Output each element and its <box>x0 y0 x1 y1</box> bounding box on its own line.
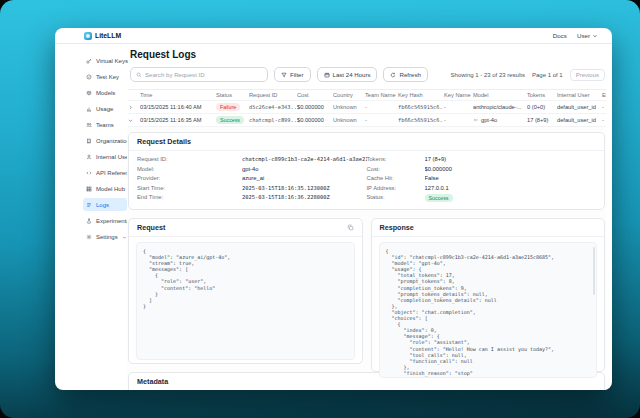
request-logs-table: Time Status Request ID Cost Country Team… <box>128 89 606 127</box>
nav-label: Settings <box>96 234 118 240</box>
sidebar-item-settings[interactable]: Settings <box>55 229 125 245</box>
cell-tokens: 17 (8+9) <box>527 117 557 123</box>
results-summary: Showing 1 - 23 of 23 results <box>451 72 525 78</box>
cell-key-name: - <box>444 104 473 110</box>
status-badge: Success <box>216 116 249 124</box>
scrollbar-thumb[interactable] <box>593 247 595 295</box>
nav-label: Logs <box>96 202 109 208</box>
col-status[interactable]: Status <box>216 92 249 98</box>
response-json-code[interactable]: { "id": "chatcmpl-c899c1b3-ca2e-4214-a6d… <box>379 242 598 378</box>
details-left-column: Request ID: chatcmpl-c899c1b3-ca2e-4214-… <box>137 156 367 202</box>
sidebar-item-experimental[interactable]: Experimental <box>55 213 125 229</box>
models-icon <box>86 90 92 96</box>
nav-label: Teams <box>96 122 114 128</box>
time-range-button[interactable]: Last 24 Hours <box>317 67 378 82</box>
col-time[interactable]: Time <box>140 92 216 98</box>
sidebar-item-model-hub[interactable]: Model Hub <box>55 181 125 197</box>
col-model[interactable]: Model <box>473 92 527 98</box>
col-key-hash[interactable]: Key Hash <box>398 92 444 98</box>
cell-internal-user: default_user_id <box>557 117 602 123</box>
detail-label: Tokens: <box>367 156 425 162</box>
request-details-heading: Request Details <box>137 137 191 146</box>
refresh-icon <box>390 72 396 78</box>
calendar-icon <box>324 72 330 78</box>
request-panel: Request { "model": "azure_ai/gpt-4o", "s… <box>128 218 363 364</box>
cell-cost: $0.000000 <box>297 117 333 123</box>
detail-value-tokens: 17 (8+9) <box>425 156 597 162</box>
table-header-row: Time Status Request ID Cost Country Team… <box>128 90 606 101</box>
detail-label: IP Address: <box>367 185 425 191</box>
detail-label: End Time: <box>137 194 242 200</box>
cell-cost: $0.000000 <box>297 104 333 110</box>
chevron-right-icon[interactable] <box>128 105 133 110</box>
col-team-name[interactable]: Team Name <box>365 92 398 98</box>
col-key-name[interactable]: Key Name <box>444 92 473 98</box>
col-internal-user[interactable]: Internal User <box>557 92 602 98</box>
detail-value-cost: $0.000000 <box>425 166 597 172</box>
request-json-code: { "model": "azure_ai/gpt-4o", "stream": … <box>136 242 355 360</box>
cell-tokens: 0 (0+0) <box>527 104 557 110</box>
detail-label: Cache Hit: <box>367 175 425 181</box>
col-end-user[interactable]: End User <box>602 92 606 98</box>
col-tokens[interactable]: Tokens <box>527 92 557 98</box>
cell-model: gpt-4o <box>473 117 527 123</box>
cell-internal-user: default_user_id <box>557 104 602 110</box>
main-content: Request Logs Search by Request ID Filter <box>125 44 612 390</box>
cell-team-name: - <box>365 117 398 123</box>
response-panel: Response { "id": "chatcmpl-c899c1b3-ca2e… <box>371 218 606 372</box>
copy-button[interactable] <box>347 224 354 231</box>
cell-key-hash: fb66c565915c6... <box>398 104 444 110</box>
sidebar-item-usage[interactable]: Usage <box>55 101 125 117</box>
test-key-icon <box>86 74 92 80</box>
cell-time: 03/15/2025 11:16:35 AM <box>140 117 216 123</box>
toolbar: Search by Request ID Filter Last 24 Hour… <box>130 67 605 82</box>
cell-model: anthropic/claude-... <box>473 104 527 110</box>
cell-end-user: - <box>602 104 606 110</box>
sidebar-item-virtual-keys[interactable]: Virtual Keys <box>55 53 125 69</box>
filter-button[interactable]: Filter <box>274 67 311 82</box>
filter-label: Filter <box>290 71 304 78</box>
refresh-button[interactable]: Refresh <box>383 67 427 82</box>
page-indicator: Page 1 of 1 <box>532 72 563 78</box>
detail-value-request-id: chatcmpl-c899c1b3-ca2e-4214-a6d1-a3ae215… <box>242 156 367 162</box>
sidebar-nav: Virtual Keys Test Key Models Usage Teams <box>55 44 125 390</box>
cell-time: 03/15/2025 11:16:40 AM <box>140 104 216 110</box>
sidebar-item-api-reference[interactable]: API Reference <box>55 165 125 181</box>
detail-label: Status: <box>367 194 425 202</box>
grid-icon <box>86 186 92 192</box>
top-navbar: LiteLLM Docs User <box>55 28 612 44</box>
chevron-down-icon[interactable] <box>128 118 133 123</box>
sidebar-item-internal-users[interactable]: Internal Users <box>55 149 125 165</box>
col-request-id[interactable]: Request ID <box>249 92 297 98</box>
response-panel-heading: Response <box>380 223 414 232</box>
search-input[interactable]: Search by Request ID <box>130 67 268 82</box>
sidebar-item-organizations[interactable]: Organizations <box>55 133 125 149</box>
sidebar-item-logs[interactable]: Logs <box>83 198 127 211</box>
detail-value-start-time: 2025-03-15T18:16:35.123000Z <box>242 185 367 191</box>
filter-icon <box>281 72 287 78</box>
gear-icon <box>86 234 92 240</box>
col-cost[interactable]: Cost <box>297 92 333 98</box>
chevron-down-icon <box>592 33 598 39</box>
sidebar-item-teams[interactable]: Teams <box>55 117 125 133</box>
detail-value-model: gpt-4o <box>242 166 367 172</box>
provider-icon <box>473 117 479 123</box>
docs-link[interactable]: Docs <box>553 32 567 39</box>
brand-name: LiteLLM <box>95 32 121 39</box>
teams-icon <box>86 122 92 128</box>
cell-request-id: chatcmpl-c899... <box>249 117 297 123</box>
detail-value-provider: azure_ai <box>242 175 367 181</box>
page-title: Request Logs <box>130 49 606 60</box>
sidebar-item-models[interactable]: Models <box>55 85 125 101</box>
table-row[interactable]: 03/15/2025 11:16:35 AM Success chatcmpl-… <box>128 114 606 127</box>
sidebar-item-test-key[interactable]: Test Key <box>55 69 125 85</box>
table-row[interactable]: 03/15/2025 11:16:40 AM Failure d5c26ce4-… <box>128 101 606 114</box>
previous-page-button[interactable]: Previous <box>570 69 605 81</box>
user-menu[interactable]: User <box>577 32 598 39</box>
detail-value-end-time: 2025-03-15T18:16:36.228000Z <box>242 194 367 200</box>
user-menu-label: User <box>577 32 590 39</box>
refresh-label: Refresh <box>399 71 420 78</box>
nav-label: Model Hub <box>96 186 125 192</box>
col-country[interactable]: Country <box>333 92 365 98</box>
detail-label: Model: <box>137 166 242 172</box>
